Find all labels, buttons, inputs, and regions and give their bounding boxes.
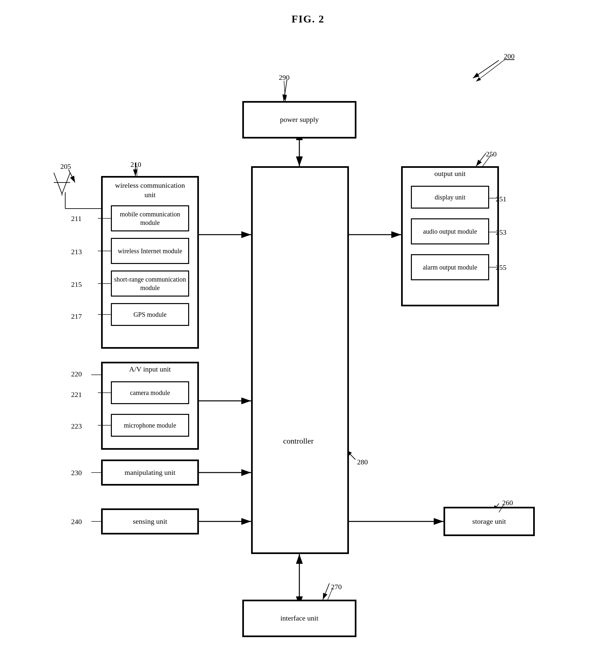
storage-unit-box: storage unit — [444, 507, 535, 536]
svg-line-44 — [284, 81, 285, 101]
svg-line-15 — [284, 80, 287, 101]
ref-217: 217 — [71, 312, 82, 321]
mobile-comm-module-box: mobile communication module — [111, 205, 189, 231]
camera-module-box: camera module — [111, 381, 189, 404]
antenna-symbol — [51, 166, 73, 197]
diagram-container: FIG. 2 — [0, 0, 616, 672]
short-range-module-box: short-range communication module — [111, 270, 189, 297]
ref-220: 220 — [71, 370, 82, 378]
ref-223: 223 — [71, 422, 82, 431]
display-unit-box: display unit — [411, 186, 489, 209]
ref-213: 213 — [71, 248, 82, 256]
alarm-output-module-box: alarm output module — [411, 254, 489, 280]
svg-line-17 — [323, 583, 330, 600]
ref-200: 200 — [504, 52, 515, 61]
svg-line-21 — [54, 173, 62, 194]
microphone-module-box: microphone module — [111, 414, 189, 437]
ref-250: 250 — [486, 150, 497, 158]
gps-module-box: GPS module — [111, 303, 189, 326]
ref-211: 211 — [71, 214, 81, 223]
svg-line-43 — [476, 60, 505, 81]
wireless-internet-module-box: wireless Internet module — [111, 238, 189, 264]
ref-221: 221 — [71, 390, 82, 399]
svg-line-19 — [476, 153, 486, 166]
svg-line-22 — [62, 173, 70, 194]
ref-255: 255 — [496, 263, 506, 272]
svg-line-13 — [473, 60, 499, 78]
controller-box — [251, 166, 349, 554]
ref-205: 205 — [60, 162, 71, 171]
ref-251: 251 — [496, 195, 506, 203]
interface-unit-box: interface unit — [242, 600, 357, 637]
manipulating-unit-box: manipulating unit — [101, 460, 199, 486]
sensing-unit-box: sensing unit — [101, 508, 199, 534]
wireless-comm-unit-label: wireless communication unit — [111, 181, 189, 199]
ref-210: 210 — [130, 160, 141, 169]
audio-output-module-box: audio output module — [411, 218, 489, 244]
ref-253: 253 — [496, 228, 506, 237]
ref-280: 280 — [357, 458, 368, 466]
figure-title: FIG. 2 — [291, 13, 325, 25]
ref-240: 240 — [71, 518, 82, 526]
power-supply-box: power supply — [242, 101, 357, 139]
ref-230: 230 — [71, 469, 82, 477]
output-unit-label: output unit — [411, 169, 489, 178]
ref-215: 215 — [71, 280, 82, 289]
ref-290: 290 — [279, 73, 289, 82]
ref-260: 260 — [502, 499, 513, 507]
av-input-unit-label: A/V input unit — [111, 365, 189, 373]
controller-label: controller — [266, 437, 331, 446]
ref-270: 270 — [331, 583, 342, 591]
